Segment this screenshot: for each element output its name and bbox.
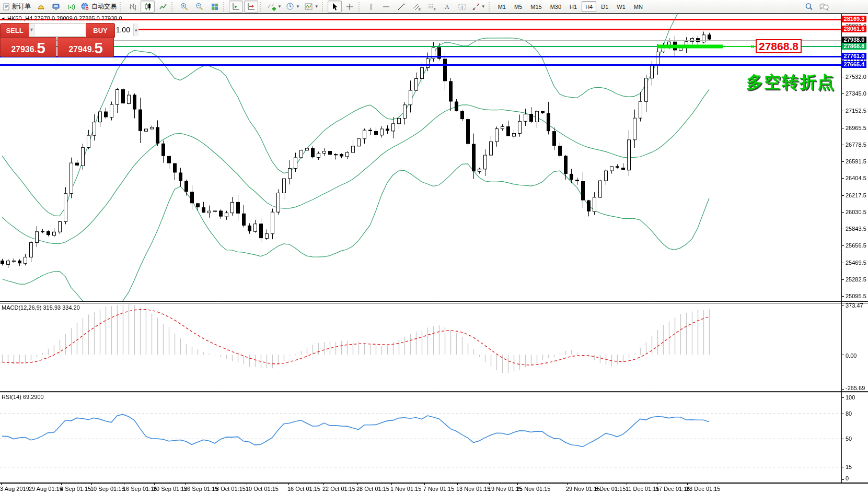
toolbar-grip: [171, 2, 176, 11]
macd-axis-tick: 373.47: [846, 302, 863, 309]
clock-icon: [286, 2, 295, 11]
timeframe-d1[interactable]: D1: [597, 1, 612, 12]
signal-waves-icon: [66, 3, 76, 11]
fibonacci-button[interactable]: F: [425, 1, 439, 13]
timeframe-m30[interactable]: M30: [547, 1, 565, 12]
price-line-label: 28169.3: [842, 16, 866, 22]
templates-button[interactable]: ▼: [303, 1, 320, 13]
auto-trading-button[interactable]: 自动交易: [79, 1, 118, 13]
timeframe-m15[interactable]: M15: [527, 1, 545, 12]
time-axis-label: 29 Aug 01:15: [29, 486, 63, 492]
time-axis-label: 5 Dec 01:15: [595, 486, 626, 492]
price-axis-tick: 27532.0: [846, 74, 866, 80]
rsi-axis-tick: 80: [846, 410, 852, 417]
volume-decrease-button[interactable]: ▼: [29, 23, 34, 36]
cursor-button[interactable]: [328, 1, 342, 13]
zoom-out-button[interactable]: [192, 1, 206, 13]
trendline-button[interactable]: [395, 1, 409, 13]
toolbar-grip: [120, 2, 124, 11]
time-axis-label: 13 Nov 01:15: [456, 486, 490, 492]
sell-price[interactable]: 27936.5: [0, 37, 56, 57]
volume-input[interactable]: [34, 23, 133, 36]
template-chart-icon: [304, 3, 314, 11]
price-axis-tick: 27152.5: [846, 108, 866, 114]
svg-text:F: F: [434, 8, 436, 11]
monitor-icon: [51, 3, 61, 11]
price-axis-tick: 25095.5: [846, 293, 866, 299]
timeframe-toolbar: M1M5M15M30H1H4D1W1MN: [494, 1, 647, 12]
chart-canvas[interactable]: [0, 0, 868, 494]
price-line-label: 27665.4: [842, 61, 866, 68]
chat-bubbles-icon: [819, 2, 829, 11]
signals-button[interactable]: [64, 1, 78, 13]
timeframe-h4[interactable]: H4: [582, 1, 596, 12]
rsi-axis-tick: 0: [846, 475, 849, 481]
timeframe-w1[interactable]: W1: [613, 1, 629, 12]
buy-price-main: 27949: [68, 44, 92, 55]
tile-windows-button[interactable]: [207, 1, 222, 13]
svg-text:E: E: [419, 8, 421, 11]
price-axis-tick: 25656.5: [846, 242, 866, 249]
line-chart-button[interactable]: [156, 1, 170, 13]
time-axis-label: 22 Oct 01:15: [322, 486, 355, 492]
sell-button[interactable]: SELL: [0, 23, 29, 38]
time-axis-label: 3 Oct 01:15: [216, 486, 246, 492]
line-chart-icon: [159, 3, 167, 11]
crosshair-button[interactable]: [343, 1, 357, 13]
volume-increase-button[interactable]: ▲: [133, 23, 138, 36]
text-label-button[interactable]: T: [455, 1, 469, 13]
time-axis-label: 23 Aug 2019: [0, 486, 29, 492]
horizontal-line-icon: [382, 3, 390, 11]
periods-button[interactable]: ▼: [284, 1, 302, 13]
price-axis-tick: 26030.5: [846, 209, 866, 215]
time-axis-label: 4 Sep 01:15: [60, 486, 91, 492]
text-label-icon: T: [458, 3, 467, 11]
zoom-in-button[interactable]: [177, 1, 191, 13]
vertical-line-button[interactable]: [364, 1, 378, 13]
chart-shift-icon: [247, 3, 256, 11]
text-button[interactable]: A: [440, 1, 454, 13]
timeframe-h1[interactable]: H1: [566, 1, 581, 12]
new-order-button[interactable]: 新订单: [1, 1, 32, 13]
toolbar-grip: [358, 2, 363, 11]
search-button[interactable]: [802, 1, 816, 13]
time-axis-label: 28 Oct 01:15: [356, 486, 389, 492]
price-axis-tick: 25282.5: [846, 276, 866, 283]
horizontal-line-button[interactable]: [379, 1, 394, 13]
timeframe-m1[interactable]: M1: [494, 1, 510, 12]
arrows-icon: [472, 3, 480, 11]
bar-chart-button[interactable]: [125, 1, 140, 13]
indicators-button[interactable]: ▼: [265, 1, 283, 13]
chat-button[interactable]: [817, 1, 831, 13]
buy-price[interactable]: 27949.5: [57, 37, 114, 57]
price-axis-tick: 26778.5: [846, 142, 866, 148]
zoom-in-icon: [180, 2, 189, 11]
timeframe-mn[interactable]: MN: [630, 1, 646, 12]
chevron-down-icon: ▼: [315, 4, 319, 9]
toolbar-grip: [489, 2, 493, 11]
gold-ingot-icon: [36, 3, 45, 11]
trading-platform-window: 新订单 自动交易: [0, 0, 868, 494]
chart-title: HK50-,H4 27978.0 28009.0 27885.0 27938.0: [7, 15, 122, 21]
timeframe-m5[interactable]: M5: [511, 1, 526, 12]
time-axis-label: 25 Nov 01:15: [516, 486, 550, 492]
price-line-label: 27761.0: [842, 53, 866, 60]
arrows-button[interactable]: ▼: [470, 1, 487, 13]
time-axis-label: 17 Dec 01:15: [656, 486, 690, 492]
toolbar-grip: [260, 2, 264, 11]
chart-shift-button[interactable]: [244, 1, 258, 13]
toolbar-right-group: [801, 1, 831, 13]
macd-axis-tick: 0.00: [846, 352, 857, 359]
rsi-axis-tick: 15: [846, 464, 852, 470]
auto-scroll-button[interactable]: [229, 1, 243, 13]
metaeditor-button[interactable]: [33, 1, 48, 13]
buy-button[interactable]: BUY: [86, 23, 115, 38]
terminal-button[interactable]: [49, 1, 63, 13]
candlestick-chart-button[interactable]: [141, 1, 155, 13]
time-axis-label: 10 Oct 01:15: [246, 486, 279, 492]
auto-trading-globe-icon: [80, 2, 90, 11]
equidistant-channel-button[interactable]: E: [410, 1, 424, 13]
tile-windows-icon: [211, 3, 219, 11]
svg-text:T: T: [460, 4, 464, 9]
price-tag-label[interactable]: 27868.8: [756, 39, 802, 53]
